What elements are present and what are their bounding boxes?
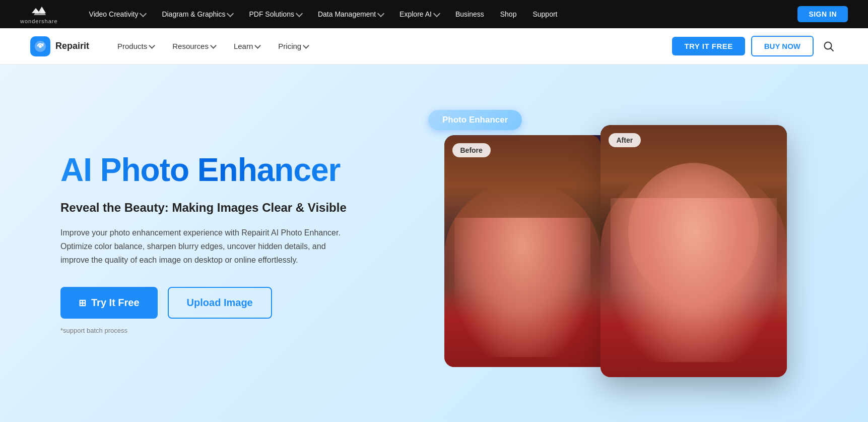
try-it-free-nav-button[interactable]: TRY IT FREE <box>672 37 745 55</box>
sec-nav-resources[interactable]: Resources <box>164 38 224 54</box>
hero-section: AI Photo Enhancer Reveal the Beauty: Mak… <box>0 65 868 422</box>
repairit-brand-name: Repairit <box>55 41 89 51</box>
chevron-down-icon <box>140 10 147 17</box>
before-image: Before <box>444 135 600 367</box>
chevron-down-icon <box>227 10 234 17</box>
top-nav-support[interactable]: Support <box>525 7 564 21</box>
repairit-logo-icon <box>30 36 50 56</box>
top-nav-data-management[interactable]: Data Management <box>311 7 390 21</box>
repairit-logo[interactable]: Repairit <box>30 36 89 56</box>
before-label: Before <box>452 143 491 157</box>
top-nav-business[interactable]: Business <box>448 7 491 21</box>
photo-enhancer-badge: Photo Enhancer <box>428 110 522 130</box>
search-button[interactable] <box>820 37 838 55</box>
sec-nav-products[interactable]: Products <box>109 38 162 54</box>
buy-now-button[interactable]: BUY NOW <box>751 36 814 56</box>
top-nav-video-creativity[interactable]: Video Creativity <box>82 7 153 21</box>
sweater-overlay <box>444 286 600 367</box>
chevron-down-icon <box>210 42 217 49</box>
hero-note: *support batch process <box>60 327 373 334</box>
hero-image-area: Photo Enhancer Before After <box>403 105 828 382</box>
face-after <box>628 163 759 302</box>
try-it-free-hero-button[interactable]: ⊞ Try It Free <box>60 287 158 319</box>
secondary-navigation: Repairit Products Resources Learn Pricin… <box>0 28 868 65</box>
after-image: After <box>600 125 787 377</box>
hero-subtitle: Reveal the Beauty: Making Images Clear &… <box>60 200 373 215</box>
top-navigation: wondershare Video Creativity Diagram & G… <box>0 0 868 28</box>
eye-shadow <box>638 201 750 226</box>
sec-nav-right: TRY IT FREE BUY NOW <box>672 36 838 56</box>
top-nav-right: SIGN IN <box>797 6 848 22</box>
after-label: After <box>609 133 641 147</box>
top-nav-diagram-graphics[interactable]: Diagram & Graphics <box>155 7 240 21</box>
svg-line-3 <box>831 48 834 51</box>
top-nav-pdf-solutions[interactable]: PDF Solutions <box>242 7 308 21</box>
image-comparison: Before After <box>444 135 787 377</box>
chevron-down-icon <box>149 42 155 49</box>
hero-description: Improve your photo enhancement experienc… <box>60 226 353 267</box>
hero-content: AI Photo Enhancer Reveal the Beauty: Mak… <box>60 152 373 334</box>
sec-nav-pricing[interactable]: Pricing <box>270 38 316 54</box>
upload-image-button[interactable]: Upload Image <box>168 287 272 319</box>
sec-nav-items: Products Resources Learn Pricing <box>109 38 672 54</box>
chevron-down-icon <box>377 10 384 17</box>
sec-nav-learn[interactable]: Learn <box>226 38 268 54</box>
windows-icon: ⊞ <box>79 297 86 309</box>
wondershare-brand-name: wondershare <box>20 18 58 24</box>
hero-title: AI Photo Enhancer <box>60 152 373 188</box>
svg-point-1 <box>39 45 42 48</box>
after-sweater-overlay <box>600 289 787 377</box>
wondershare-logo[interactable]: wondershare <box>20 4 58 24</box>
chevron-down-icon <box>433 10 440 17</box>
top-nav-items: Video Creativity Diagram & Graphics PDF … <box>82 7 798 21</box>
signin-button[interactable]: SIGN IN <box>797 6 848 22</box>
hero-buttons: ⊞ Try It Free Upload Image <box>60 287 373 319</box>
chevron-down-icon <box>254 42 261 49</box>
top-nav-shop[interactable]: Shop <box>493 7 524 21</box>
top-nav-explore-ai[interactable]: Explore AI <box>392 7 446 21</box>
chevron-down-icon <box>303 42 309 49</box>
search-icon <box>823 41 834 52</box>
chevron-down-icon <box>296 10 303 17</box>
